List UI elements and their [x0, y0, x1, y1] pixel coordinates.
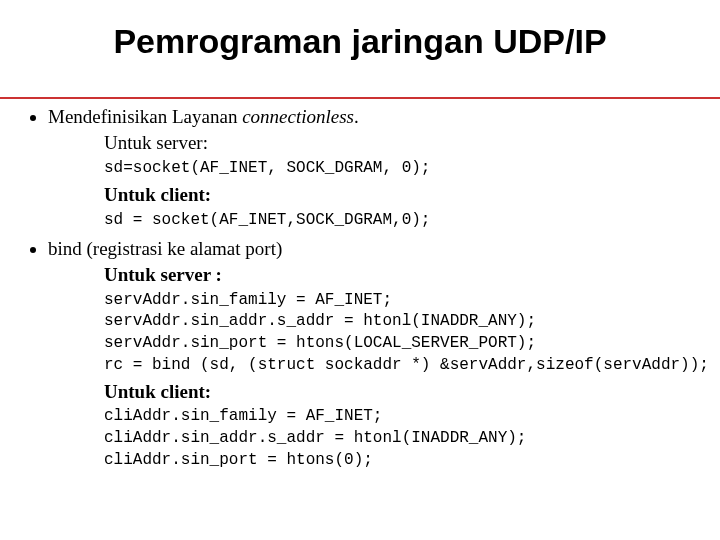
- list-item: Mendefinisikan Layanan connectionless. U…: [48, 105, 696, 231]
- b2-server-code: servAddr.sin_family = AF_INET; servAddr.…: [48, 290, 696, 376]
- b1-server-label-text: Untuk server:: [104, 132, 208, 153]
- bullet-list: Mendefinisikan Layanan connectionless. U…: [24, 105, 696, 471]
- b1-server-label: Untuk server:: [48, 131, 696, 155]
- b2-client-code: cliAddr.sin_family = AF_INET; cliAddr.si…: [48, 406, 696, 471]
- bullet1-text-c: .: [354, 106, 359, 127]
- content-body: Mendefinisikan Layanan connectionless. U…: [0, 99, 720, 471]
- bullet2-text: bind (registrasi ke alamat port): [48, 238, 282, 259]
- b1-client-code: sd = socket(AF_INET,SOCK_DGRAM,0);: [48, 210, 696, 232]
- b1-server-code: sd=socket(AF_INET, SOCK_DGRAM, 0);: [48, 158, 696, 180]
- bullet1-text-a: Mendefinisikan Layanan: [48, 106, 242, 127]
- b2-server-label-text: Untuk server :: [104, 264, 222, 285]
- b1-client-label: Untuk client:: [48, 183, 696, 207]
- list-item: bind (registrasi ke alamat port) Untuk s…: [48, 237, 696, 471]
- b2-server-label: Untuk server :: [48, 263, 696, 287]
- b2-client-label-text: Untuk client:: [104, 381, 211, 402]
- page-title: Pemrograman jaringan UDP/IP: [0, 0, 720, 69]
- b2-client-label: Untuk client:: [48, 380, 696, 404]
- slide: Pemrograman jaringan UDP/IP Mendefinisik…: [0, 0, 720, 540]
- bullet1-text-b: connectionless: [242, 106, 354, 127]
- b1-client-label-text: Untuk client:: [104, 184, 211, 205]
